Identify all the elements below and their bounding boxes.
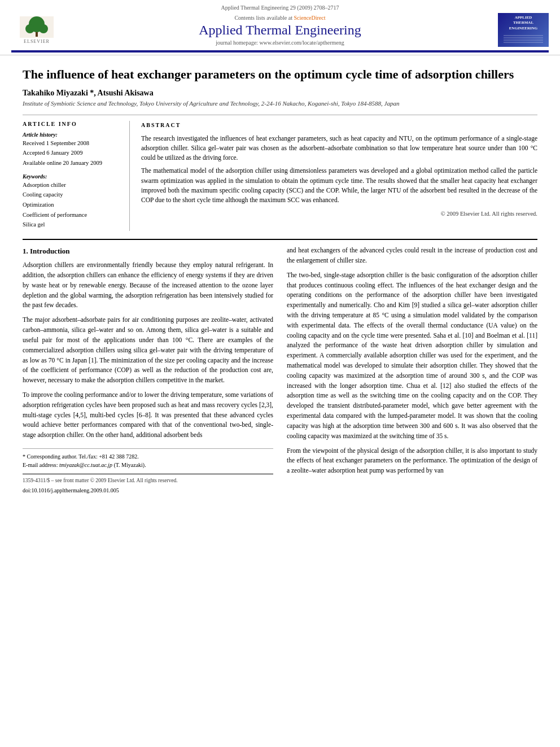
footer-issn: 1359-4311/$ – see front matter © 2009 El… <box>23 477 178 485</box>
keyword-3: Optimization <box>23 201 121 209</box>
history-label: Article history: <box>23 132 121 138</box>
thumb-line2: THERMAL <box>509 20 538 25</box>
article-info-heading: ARTICLE INFO <box>23 121 121 127</box>
abstract-para1: The research investigated the influences… <box>141 134 537 163</box>
affiliation: Institute of Symbiotic Science and Techn… <box>23 100 537 107</box>
thumb-line3: ENGINEERING <box>509 26 538 31</box>
footnote-email: E-mail address: tmiyazak@cc.tuat.ac.jp (… <box>23 461 273 469</box>
keywords-label: Keywords: <box>23 173 121 180</box>
section1-para2: The major adsorbent–adsorbate pairs for … <box>23 315 273 386</box>
section1-para1: Adsorption chillers are environmentally … <box>23 260 273 311</box>
two-column-body: 1. Introduction Adsorption chillers are … <box>23 246 537 495</box>
keyword-5: Silica gel <box>23 221 121 229</box>
section1-right-para3: From the viewpoint of the physical desig… <box>287 446 537 476</box>
keyword-2: Cooling capacity <box>23 191 121 199</box>
body-divider <box>23 239 537 240</box>
thumb-line1: APPLIED <box>509 15 538 20</box>
section1-heading: 1. Introduction <box>23 246 273 257</box>
journal-homepage: journal homepage: www.elsevier.com/locat… <box>62 40 498 46</box>
right-column: and heat exchangers of the advanced cycl… <box>287 246 537 495</box>
elsevier-logo: ELSEVIER <box>11 15 62 46</box>
abstract-section: ABSTRACT The research investigated the i… <box>141 121 537 231</box>
keyword-1: Adsorption chiller <box>23 181 121 190</box>
paper-body: The influence of heat exchanger paramete… <box>0 55 560 506</box>
article-info: ARTICLE INFO Article history: Received 1… <box>23 121 130 231</box>
copyright: © 2009 Elsevier Ltd. All rights reserved… <box>141 209 537 219</box>
doi-line: doi:10.1016/j.applthermaleng.2009.01.005 <box>23 486 273 495</box>
info-abstract-row: ARTICLE INFO Article history: Received 1… <box>23 121 537 231</box>
footer-bar: 1359-4311/$ – see front matter © 2009 El… <box>23 474 273 485</box>
left-column: 1. Introduction Adsorption chillers are … <box>23 246 273 495</box>
sciencedirect-line: Contents lists available at ScienceDirec… <box>62 15 498 21</box>
page: Applied Thermal Engineering 29 (2009) 27… <box>0 0 560 747</box>
available-date: Available online 20 January 2009 <box>23 159 121 168</box>
journal-center: Contents lists available at ScienceDirec… <box>62 15 498 46</box>
abstract-heading: ABSTRACT <box>141 121 537 129</box>
elsevier-wordmark: ELSEVIER <box>24 39 50 44</box>
email-suffix: (T. Miyazaki). <box>112 462 146 468</box>
sciencedirect-link-text[interactable]: ScienceDirect <box>294 15 325 21</box>
thumb-decoration <box>501 33 546 45</box>
paper-title: The influence of heat exchanger paramete… <box>23 67 537 83</box>
keyword-4: Coefficient of performance <box>23 211 121 220</box>
svg-point-4 <box>39 24 48 33</box>
email-address[interactable]: tmiyazak@cc.tuat.ac.jp <box>59 462 112 468</box>
title-divider <box>23 115 537 115</box>
keywords-section: Keywords: Adsorption chiller Cooling cap… <box>23 173 121 229</box>
blue-divider <box>11 50 549 53</box>
footnote-area: * Corresponding author. Tel./fax: +81 42… <box>23 448 273 469</box>
footnote-corresponding: * Corresponding author. Tel./fax: +81 42… <box>23 452 273 461</box>
elsevier-tree-icon <box>20 16 54 38</box>
journal-thumbnail: APPLIED THERMAL ENGINEERING <box>498 13 549 47</box>
journal-logo-row: ELSEVIER Contents lists available at Sci… <box>11 13 549 47</box>
journal-title: Applied Thermal Engineering <box>62 23 498 38</box>
journal-top-line: Applied Thermal Engineering 29 (2009) 27… <box>11 5 549 11</box>
section1-heading-text: 1. Introduction <box>23 247 70 255</box>
section1-para3: To improve the cooling performance and/o… <box>23 390 273 440</box>
abstract-para2: The mathematical model of the adsorption… <box>141 166 537 205</box>
section1-right-para2: The two-bed, single-stage adsorption chi… <box>287 270 537 442</box>
svg-point-3 <box>25 24 34 33</box>
authors: Takahiko Miyazaki *, Atsushi Akisawa <box>23 89 537 98</box>
section1-right-para1: and heat exchangers of the advanced cycl… <box>287 246 537 266</box>
email-label: E-mail address: <box>23 462 59 468</box>
accepted-date: Accepted 6 January 2009 <box>23 149 121 158</box>
journal-header: Applied Thermal Engineering 29 (2009) 27… <box>0 0 560 55</box>
received-date: Received 1 September 2008 <box>23 139 121 148</box>
